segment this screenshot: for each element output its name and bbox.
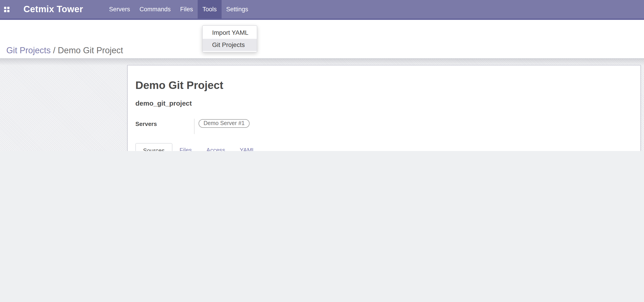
apps-menu-button[interactable] <box>0 0 16 18</box>
nav-item-commands[interactable]: Commands <box>135 0 175 18</box>
breadcrumb: Git Projects / Demo Git Project <box>6 46 123 56</box>
nav-item-files[interactable]: Files <box>175 0 198 18</box>
record-subtitle: demo_git_project <box>136 99 634 107</box>
nav-item-label[interactable]: Servers <box>104 0 135 18</box>
servers-field-value: Demo Server #1 <box>198 119 250 134</box>
breadcrumb-current: Demo Git Project <box>58 46 123 55</box>
tools-dropdown-menu: Import YAMLGit Projects <box>202 25 257 52</box>
menu-item-git-projects[interactable]: Git Projects <box>203 39 257 51</box>
notebook-tabs: SourcesFilesAccessYAML <box>136 143 634 151</box>
server-tag[interactable]: Demo Server #1 <box>198 119 250 128</box>
main-menu: ServersCommandsFilesToolsSettings <box>104 0 253 18</box>
servers-field-label: Servers <box>136 119 194 134</box>
field-separator <box>194 119 194 134</box>
content-area: Demo Git Project demo_git_project Server… <box>0 58 644 151</box>
breadcrumb-link[interactable]: Git Projects <box>6 46 50 55</box>
nav-item-label[interactable]: Commands <box>135 0 175 18</box>
menu-item-import-yaml[interactable]: Import YAML <box>203 27 257 39</box>
form-sheet: Demo Git Project demo_git_project Server… <box>127 65 641 151</box>
record-title: Demo Git Project <box>136 79 634 92</box>
nav-item-label[interactable]: Files <box>175 0 198 18</box>
tab-yaml[interactable]: YAML <box>232 143 262 151</box>
tab-sources[interactable]: Sources <box>136 143 172 151</box>
tab-files[interactable]: Files <box>172 143 199 151</box>
top-navbar: Cetmix Tower ServersCommandsFilesToolsSe… <box>0 0 644 20</box>
nav-item-tools[interactable]: Tools <box>198 0 221 18</box>
breadcrumb-separator: / <box>50 46 58 55</box>
nav-item-servers[interactable]: Servers <box>104 0 135 18</box>
app-brand[interactable]: Cetmix Tower <box>24 0 83 18</box>
servers-field: Servers Demo Server #1 <box>136 119 634 134</box>
apps-grid-icon <box>4 6 10 12</box>
nav-item-settings[interactable]: Settings <box>221 0 253 18</box>
app-window: Cetmix Tower ServersCommandsFilesToolsSe… <box>0 0 644 151</box>
nav-item-label[interactable]: Settings <box>221 0 253 18</box>
tab-access[interactable]: Access <box>199 143 232 151</box>
control-panel: Git Projects / Demo Git Project Edit Cre… <box>0 20 644 58</box>
nav-item-label[interactable]: Tools <box>198 0 221 18</box>
